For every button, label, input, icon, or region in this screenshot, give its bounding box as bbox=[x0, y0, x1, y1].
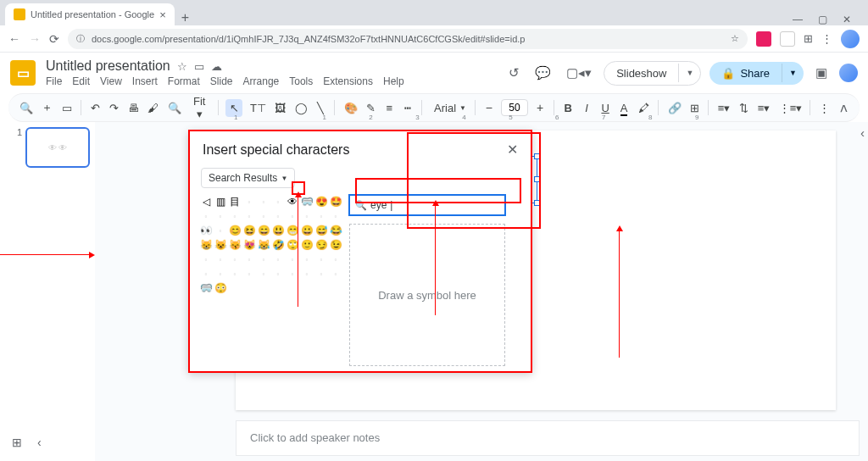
comments-icon[interactable]: 💬 bbox=[531, 62, 554, 84]
explore-icon[interactable]: ⊞ bbox=[12, 436, 22, 449]
redo-button[interactable]: ↷ bbox=[107, 99, 120, 117]
decrease-font-button[interactable]: − bbox=[482, 101, 496, 114]
char-cell[interactable]: ▫ bbox=[271, 267, 285, 280]
menu-extensions[interactable]: Extensions bbox=[323, 75, 373, 87]
char-cell[interactable]: ▫ bbox=[242, 267, 256, 280]
char-cell[interactable]: ▫ bbox=[199, 209, 213, 223]
slides-logo[interactable]: ▭ bbox=[10, 60, 36, 86]
char-cell[interactable]: ▫ bbox=[199, 267, 213, 280]
menu-insert[interactable]: Insert bbox=[132, 75, 158, 87]
resize-handle-e[interactable] bbox=[534, 176, 540, 182]
filter-dropdown[interactable]: Search Results▼ bbox=[201, 168, 295, 188]
char-cell[interactable]: ▫ bbox=[214, 253, 227, 266]
char-search-input[interactable]: 🔍 eye| bbox=[349, 195, 505, 215]
char-cell[interactable] bbox=[257, 281, 270, 295]
char-cell[interactable] bbox=[300, 281, 314, 295]
slideshow-dropdown[interactable]: ▼ bbox=[678, 64, 700, 82]
char-cell[interactable]: 😻 bbox=[242, 238, 256, 252]
char-cell[interactable] bbox=[242, 281, 256, 295]
browser-profile-avatar[interactable] bbox=[841, 30, 860, 48]
cloud-status-icon[interactable]: ☁ bbox=[211, 60, 222, 73]
char-cell[interactable]: 😏 bbox=[314, 238, 328, 252]
char-cell[interactable]: 🙄 bbox=[286, 238, 299, 252]
char-cell[interactable]: 😀 bbox=[300, 224, 314, 237]
char-cell[interactable]: ▫ bbox=[286, 267, 299, 280]
resize-handle-ne[interactable] bbox=[534, 153, 540, 159]
reload-button[interactable]: ⟳ bbox=[49, 32, 59, 46]
char-cell[interactable]: ▫ bbox=[314, 253, 328, 266]
address-bar[interactable]: ⓘ docs.google.com/presentation/d/1iQmhIF… bbox=[68, 29, 748, 49]
char-cell[interactable]: 😉 bbox=[329, 238, 342, 252]
extension-icon-2[interactable] bbox=[780, 31, 795, 47]
char-cell[interactable]: ▫ bbox=[300, 253, 314, 266]
char-cell[interactable]: ▫ bbox=[271, 209, 285, 223]
char-cell[interactable]: 😂 bbox=[329, 224, 342, 237]
paint-format-button[interactable]: 🖌 bbox=[145, 99, 160, 117]
extensions-menu-icon[interactable]: ⊞ bbox=[804, 32, 813, 45]
menu-file[interactable]: File bbox=[46, 75, 62, 87]
char-cell[interactable]: 🤣 bbox=[271, 238, 285, 252]
char-cell[interactable]: ▫ bbox=[228, 267, 242, 280]
char-cell[interactable]: ▫ bbox=[300, 267, 314, 280]
slide-canvas[interactable]: Insert special characters ✕ Search Resul… bbox=[236, 131, 836, 410]
char-cell[interactable]: 😹 bbox=[257, 238, 270, 252]
char-cell[interactable]: ▫ bbox=[199, 253, 213, 266]
new-tab-button[interactable]: + bbox=[175, 10, 196, 25]
minimize-icon[interactable]: — bbox=[793, 14, 803, 25]
menu-help[interactable]: Help bbox=[383, 75, 404, 87]
char-cell[interactable]: 😊 bbox=[228, 224, 242, 237]
dialog-close-icon[interactable]: ✕ bbox=[507, 142, 518, 158]
char-cell[interactable] bbox=[286, 281, 299, 295]
print-button[interactable]: 🖶 bbox=[125, 99, 141, 117]
char-cell[interactable]: ▫ bbox=[214, 267, 227, 280]
char-cell[interactable]: ▥ bbox=[214, 195, 227, 208]
char-cell[interactable]: 🙂 bbox=[300, 238, 314, 252]
char-cell[interactable]: 😅 bbox=[314, 224, 328, 237]
char-cell[interactable]: 😸 bbox=[199, 238, 213, 252]
history-icon[interactable]: ↺ bbox=[505, 62, 523, 84]
extension-icon-1[interactable] bbox=[756, 31, 771, 47]
star-icon[interactable]: ☆ bbox=[731, 33, 739, 44]
char-cell[interactable]: 😳 bbox=[214, 281, 227, 295]
account-avatar[interactable] bbox=[839, 64, 858, 82]
char-cell[interactable]: ▫ bbox=[214, 224, 227, 237]
char-cell[interactable]: 😃 bbox=[271, 224, 285, 237]
slide-thumbnail[interactable]: 1 👁 👁 bbox=[17, 127, 90, 168]
menu-view[interactable]: View bbox=[100, 75, 122, 87]
char-cell[interactable]: ▫ bbox=[214, 209, 227, 223]
menu-slide[interactable]: Slide bbox=[210, 75, 233, 87]
char-cell[interactable]: 😺 bbox=[214, 238, 227, 252]
document-title[interactable]: Untitled presentation bbox=[46, 58, 170, 74]
forward-button[interactable]: → bbox=[29, 32, 41, 46]
char-cell[interactable]: 😍 bbox=[314, 195, 328, 208]
menu-tools[interactable]: Tools bbox=[289, 75, 313, 87]
site-info-icon[interactable]: ⓘ bbox=[76, 33, 85, 45]
search-menus-icon[interactable]: 🔍 bbox=[17, 99, 34, 117]
char-cell[interactable]: ▫ bbox=[242, 195, 256, 208]
layout-button[interactable]: ▭ bbox=[59, 99, 74, 117]
menu-arrange[interactable]: Arrange bbox=[243, 75, 280, 87]
meet-icon[interactable]: ▢◂▾ bbox=[563, 62, 595, 84]
char-cell[interactable]: ▫ bbox=[300, 209, 314, 223]
char-cell[interactable]: ▫ bbox=[314, 209, 328, 223]
zoom-button[interactable]: 🔍 bbox=[165, 99, 182, 117]
char-cell[interactable]: ▫ bbox=[257, 267, 270, 280]
bulleted-list-button[interactable]: ⋮≡▾ bbox=[776, 99, 803, 117]
char-cell[interactable]: ▫ bbox=[242, 209, 256, 223]
move-doc-icon[interactable]: ▭ bbox=[194, 60, 204, 73]
char-cell[interactable]: ▫ bbox=[228, 209, 242, 223]
char-cell[interactable]: 😁 bbox=[286, 224, 299, 237]
share-button[interactable]: 🔒Share ▼ bbox=[709, 62, 804, 85]
close-window-icon[interactable]: ✕ bbox=[843, 14, 851, 25]
char-cell[interactable]: ▫ bbox=[286, 253, 299, 266]
numbered-list-button[interactable]: ≡▾ bbox=[755, 99, 771, 117]
draw-symbol-area[interactable]: Draw a symbol here bbox=[349, 224, 505, 366]
char-cell[interactable]: ▫ bbox=[329, 267, 342, 280]
browser-tab[interactable]: Untitled presentation - Google × bbox=[5, 3, 175, 25]
slideshow-button[interactable]: Slideshow ▼ bbox=[604, 61, 701, 86]
char-cell[interactable]: ▫ bbox=[257, 253, 270, 266]
char-cell[interactable]: 🥽 bbox=[300, 195, 314, 208]
char-cell[interactable]: ▫ bbox=[242, 253, 256, 266]
char-cell[interactable]: ▫ bbox=[329, 209, 342, 223]
side-panel-toggle-icon[interactable]: ‹ bbox=[860, 125, 865, 140]
